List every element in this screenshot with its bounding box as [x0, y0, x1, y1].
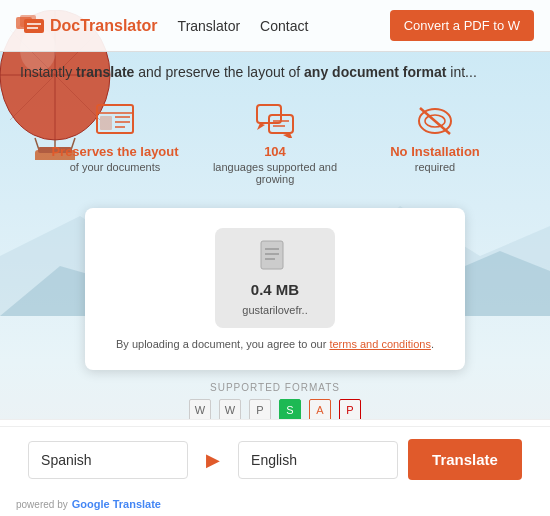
powered-by: powered by Google Translate: [0, 492, 550, 516]
file-icon: [257, 239, 293, 275]
feature-preserves: Preserves the layout of your documents: [35, 98, 195, 190]
upload-section: 0.4 MB gustarilovefr.. By uploading a do…: [85, 208, 465, 370]
hero-any-format: any document format: [304, 64, 446, 80]
nav-links: Translator Contact: [178, 18, 390, 34]
chat-icon: [255, 103, 295, 138]
format-word: W: [189, 399, 211, 421]
layout-icon: [95, 103, 135, 138]
swap-arrow-icon[interactable]: ▶: [198, 445, 228, 475]
svg-rect-30: [100, 116, 112, 130]
feature-languages-sub: languages supported and growing: [205, 161, 345, 185]
terms-text: By uploading a document, you agree to ou…: [116, 338, 434, 350]
terms-end: .: [431, 338, 434, 350]
nav-contact[interactable]: Contact: [260, 18, 308, 34]
terms-prefix: By uploading a document, you agree to ou…: [116, 338, 329, 350]
hero-mid: and preserve the layout of: [134, 64, 304, 80]
feature-preserves-title: Preserves the layout: [51, 144, 178, 161]
nav-translator[interactable]: Translator: [178, 18, 241, 34]
translate-row: Spanish ▶ English Translate: [0, 426, 550, 492]
logo-text: DocTranslator: [50, 17, 158, 35]
formats-label: SUPPORTED FORMATS: [0, 382, 550, 393]
convert-cta-button[interactable]: Convert a PDF to W: [390, 10, 534, 41]
terms-link[interactable]: terms and conditions: [329, 338, 431, 350]
target-language-select[interactable]: English: [238, 441, 398, 479]
logo-icon: [16, 15, 44, 37]
svg-rect-25: [24, 19, 44, 33]
hero-prefix: Instantly: [20, 64, 76, 80]
svg-marker-35: [257, 123, 265, 130]
translate-button[interactable]: Translate: [408, 439, 522, 480]
feature-languages-title: 104: [264, 144, 286, 161]
feature-noinstall: No Installation required: [355, 98, 515, 190]
hero-text: Instantly translate and preserve the lay…: [0, 52, 550, 88]
format-srt: S: [279, 399, 301, 421]
format-word2: W: [219, 399, 241, 421]
powered-prefix: powered by: [16, 499, 68, 510]
file-size: 0.4 MB: [251, 281, 299, 298]
format-ppt: P: [249, 399, 271, 421]
logo-area: DocTranslator: [16, 15, 158, 37]
hero-translate: translate: [76, 64, 134, 80]
source-language-select[interactable]: Spanish: [28, 441, 188, 479]
formats-icons: W W P S A P: [0, 399, 550, 421]
formats-section: SUPPORTED FORMATS W W P S A P: [0, 382, 550, 421]
powered-name: Google Translate: [72, 498, 161, 510]
features-row: Preserves the layout of your documents 1…: [0, 88, 550, 200]
file-name: gustarilovefr..: [242, 304, 307, 316]
feature-noinstall-sub: required: [415, 161, 455, 173]
hero-suffix: int...: [446, 64, 476, 80]
navbar: DocTranslator Translator Contact Convert…: [0, 0, 550, 52]
svg-rect-43: [261, 241, 283, 269]
feature-noinstall-title: No Installation: [390, 144, 480, 161]
feature-languages: 104 languages supported and growing: [195, 98, 355, 190]
format-pdf: P: [339, 399, 361, 421]
bottom-panel: Spanish ▶ English Translate powered by G…: [0, 419, 550, 516]
format-ai: A: [309, 399, 331, 421]
file-card: 0.4 MB gustarilovefr..: [215, 228, 335, 328]
no-install-icon: [415, 103, 455, 138]
feature-preserves-sub: of your documents: [70, 161, 161, 173]
